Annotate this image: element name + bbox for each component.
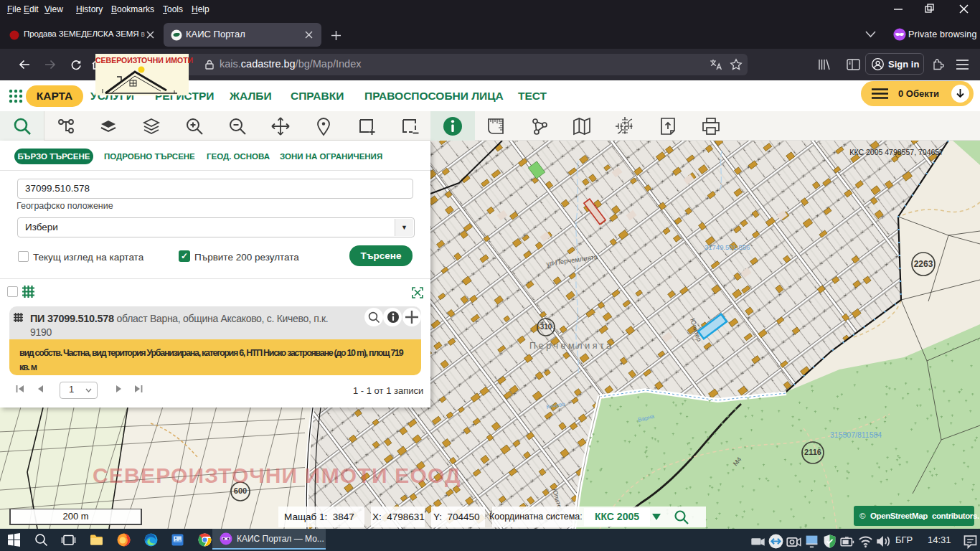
svg-text:2116: 2116 bbox=[804, 448, 821, 456]
svg-text:Перчемлията: Перчемлията bbox=[529, 341, 614, 351]
svg-text:315507/811584: 315507/811584 bbox=[830, 430, 882, 439]
svg-text:2263: 2263 bbox=[914, 259, 933, 269]
svg-text:31749.501.556: 31749.501.556 bbox=[705, 243, 750, 251]
svg-text:310: 310 bbox=[540, 323, 552, 331]
